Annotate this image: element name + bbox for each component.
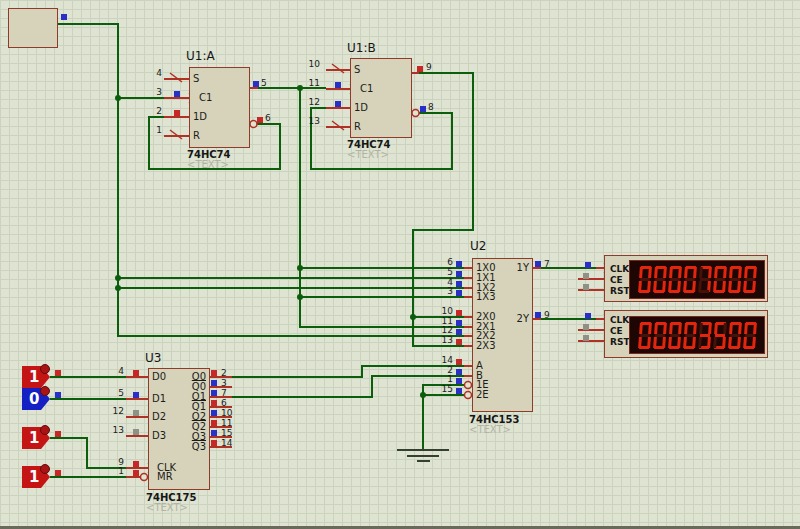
- clock-generator[interactable]: [8, 8, 58, 48]
- logic-input-2-toggle-button[interactable]: [40, 386, 50, 396]
- counter-display-1[interactable]: CLK CE RST: [604, 255, 768, 302]
- u2-pin-label-2y: 2Y: [505, 314, 529, 324]
- u3-clk-state: [133, 461, 139, 467]
- counter2-clk-label: CLK: [610, 315, 629, 325]
- u3-d3-state: [133, 429, 139, 435]
- logic-input-1-toggle-button[interactable]: [40, 364, 50, 374]
- u2-pin-label: 2E: [476, 390, 489, 400]
- logic-input-3-state: [55, 431, 61, 437]
- u2-pin-label-1y: 1Y: [505, 263, 529, 273]
- u1a-pin-number: 5: [261, 78, 267, 88]
- u2-pin-label: 1X3: [476, 292, 496, 302]
- logic-input-1-state: [55, 370, 61, 376]
- u1a-pin-number: 2: [146, 106, 162, 116]
- counter2-ce-label: CE: [610, 326, 623, 336]
- u3-q0bar-state: [211, 380, 217, 386]
- clock-output-state-indicator: [61, 14, 67, 20]
- u3-pin-label: Q3: [182, 442, 206, 452]
- display-digit: [728, 322, 742, 349]
- display-digit: [743, 322, 757, 349]
- u2-1x2-state: [456, 281, 462, 287]
- u3-pin-number: 7: [221, 388, 227, 398]
- u2-a-state: [456, 359, 462, 365]
- u1b-qbar-state: [420, 106, 426, 112]
- u1a-pin-number: 3: [146, 87, 162, 97]
- u1b-c1-state: [335, 82, 341, 88]
- u2-pin-number: 9: [544, 310, 550, 320]
- counter2-ce-state: [583, 324, 589, 330]
- u3-pin-number: 4: [102, 366, 124, 376]
- counter-display-2[interactable]: CLK CE RST: [604, 310, 768, 358]
- u1b-pin-label-r: R: [354, 122, 361, 132]
- display-digit: [743, 266, 757, 293]
- u3-pin-number: 1: [102, 466, 124, 476]
- u3-q0-state: [211, 370, 217, 376]
- u3-pin-number: 3: [221, 378, 227, 388]
- u1a-pin-label-1d: 1D: [193, 112, 207, 122]
- u2-pin-number: 10: [433, 306, 453, 316]
- u1b-pin-number: 12: [304, 97, 320, 107]
- u3-q3bar-state: [211, 440, 217, 446]
- u3-q2bar-state: [211, 420, 217, 426]
- counter1-ce-state: [583, 273, 589, 279]
- counter1-rst-state: [583, 284, 589, 290]
- u3-pin-number: 6: [221, 398, 227, 408]
- u1b-pin-number: 13: [304, 116, 320, 126]
- u1b-pin-number: 9: [426, 62, 432, 72]
- schematic-canvas: U1:A 74HC74 <TEXT> S C1 1D R 4 3 2 1 5 6…: [0, 0, 800, 529]
- u3-pin-number: 2: [221, 368, 227, 378]
- u2-b-state: [456, 369, 462, 375]
- u2-2x1-state: [456, 320, 462, 326]
- u3-d2-state: [133, 410, 139, 416]
- u2-pin-number: 15: [433, 384, 453, 394]
- u3-pin-label: MR: [157, 472, 173, 482]
- display-digit: [683, 322, 697, 349]
- counter2-rst-state: [583, 335, 589, 341]
- u2-2x3-state: [456, 339, 462, 345]
- u2-2x0-state: [456, 310, 462, 316]
- u3-pin-number: 12: [102, 406, 124, 416]
- counter2-seven-segment-display: [629, 316, 765, 354]
- u1a-text-placeholder: <TEXT>: [187, 160, 229, 170]
- u2-pin-number: 6: [433, 257, 453, 267]
- display-digit: [713, 322, 727, 349]
- display-digit: [728, 266, 742, 293]
- display-digit: [698, 322, 712, 349]
- u1b-pin-number: 8: [428, 102, 434, 112]
- counter1-clk-state: [585, 262, 591, 268]
- u1a-pin-label-r: R: [193, 131, 200, 141]
- display-digit: [638, 322, 652, 349]
- counter2-clk-state: [585, 313, 591, 319]
- counter2-rst-label: RST: [610, 337, 630, 347]
- wire-q1-to-b: [232, 376, 464, 397]
- u2-pin-number: 13: [433, 335, 453, 345]
- logic-input-3-toggle-button[interactable]: [40, 425, 50, 435]
- display-digit: [653, 322, 667, 349]
- u2-1y-state: [535, 261, 541, 267]
- u2-pin-number: 12: [433, 325, 453, 335]
- u3-pin-label: D0: [152, 372, 166, 382]
- u2-1x3-state: [456, 290, 462, 296]
- u1a-pin-label-s: S: [193, 74, 199, 84]
- u2-pin-number: 5: [433, 267, 453, 277]
- u2-text-placeholder: <TEXT>: [469, 425, 511, 435]
- u1b-pin-label-1d: 1D: [354, 103, 368, 113]
- u2-pin-number: 1: [433, 374, 453, 384]
- u2-1x1-state: [456, 271, 462, 277]
- counter1-clk-label: CLK: [610, 264, 629, 274]
- u3-q2-state: [211, 410, 217, 416]
- u3-pin-label: D2: [152, 412, 166, 422]
- u2-pin-number: 3: [433, 286, 453, 296]
- logic-input-2-state: [55, 392, 61, 398]
- u1a-title: U1:A: [186, 50, 215, 62]
- u3-pin-label: D3: [152, 431, 166, 441]
- counter1-ce-label: CE: [610, 275, 623, 285]
- display-digit: [683, 266, 697, 293]
- u2-2y-state: [535, 312, 541, 318]
- counter1-seven-segment-display: [629, 260, 765, 299]
- u1b-pin-number: 10: [304, 59, 320, 69]
- logic-input-4-toggle-button[interactable]: [40, 464, 50, 474]
- u1a-q-state: [253, 81, 259, 87]
- u2-pin-label: 2X3: [476, 341, 496, 351]
- u1a-qbar-state: [257, 117, 263, 123]
